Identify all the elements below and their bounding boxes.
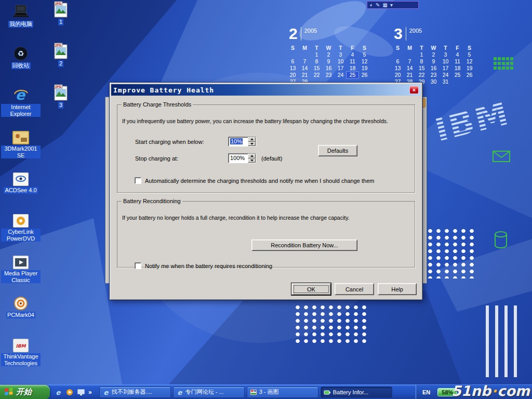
- calendar-date: 4: [451, 51, 463, 58]
- calendar-date: 5: [358, 51, 370, 58]
- calendar-date: 13: [392, 65, 404, 72]
- quick-launch: e»: [50, 388, 96, 396]
- calendar-weekday: W: [428, 45, 440, 51]
- spin-down-button[interactable]: [248, 158, 256, 163]
- calendar-date: 13: [287, 65, 299, 72]
- internet-explorer-icon: e: [13, 85, 29, 103]
- close-icon: ×: [413, 87, 416, 93]
- 3dmark2001-se-icon: [12, 127, 29, 144]
- calendar-date: 18: [451, 65, 463, 72]
- desktop-icon-powerdvd[interactable]: CyberLink PowerDVD: [1, 210, 41, 251]
- paint-icon: [250, 389, 257, 396]
- start-charging-label: Start charging when below:: [135, 139, 204, 145]
- calendar-date: 9: [428, 58, 440, 65]
- desktop-icon-media-player-classic[interactable]: Media Player Classic: [1, 251, 41, 293]
- close-button[interactable]: ×: [409, 86, 419, 94]
- calendar-date: 2: [323, 51, 335, 58]
- task-paint[interactable]: 3 - 画图: [247, 387, 318, 398]
- calendar-date: 5: [463, 51, 475, 58]
- calendar-date: 6: [392, 58, 404, 65]
- calendar-date: 19: [358, 65, 370, 72]
- desktop-icon-recycle-bin[interactable]: ♻回收站: [1, 44, 41, 85]
- quicklaunch-internet-explorer[interactable]: e: [54, 388, 62, 396]
- desktop-icon-thinkvantage[interactable]: IBMThinkVantage Technologies: [1, 335, 41, 376]
- calendar-date: 1: [416, 51, 428, 58]
- jpg-1-icon: JPG: [54, 0, 68, 18]
- calendar-date: 12: [463, 58, 475, 65]
- ok-button[interactable]: OK: [291, 283, 331, 295]
- desktop-icon-jpg-2[interactable]: JPG2: [46, 42, 76, 83]
- calendar-date: 31: [440, 78, 451, 85]
- default-note: (default): [261, 155, 282, 162]
- desktop-icon-jpg-3[interactable]: JPG3: [46, 83, 76, 125]
- desktop-icon-acdsee[interactable]: ACDSee 4.0: [1, 168, 41, 210]
- keyboard-icon[interactable]: ▦: [382, 2, 387, 8]
- calendar-date: 23: [428, 72, 440, 78]
- start-threshold-spinner[interactable]: 10%: [228, 137, 256, 147]
- cancel-button[interactable]: Cancel: [335, 283, 374, 295]
- calendar-date: 10: [335, 58, 347, 65]
- thresholds-description: If you infrequently use battery power, y…: [122, 118, 388, 124]
- desktop-icon-label: 回收站: [11, 62, 31, 69]
- quicklaunch-show-desktop[interactable]: [77, 388, 85, 396]
- pen-icon[interactable]: ✎: [376, 2, 380, 8]
- improve-battery-health-dialog: Improve Battery Health × Battery Charge …: [109, 82, 423, 300]
- task-label: 专门网论坛 - ...: [185, 388, 224, 396]
- task-zhuanmen-forum[interactable]: e专门网论坛 - ...: [173, 387, 245, 398]
- input-mode-icon[interactable]: ◐: [370, 2, 373, 8]
- notify-reconditioning-checkbox[interactable]: [135, 262, 141, 269]
- recondition-battery-button[interactable]: Recondition Battery Now...: [251, 240, 357, 251]
- calendar-date: 11: [347, 58, 358, 65]
- quicklaunch-media-player[interactable]: [65, 388, 74, 396]
- calendar-month-number: 3: [394, 26, 403, 42]
- calendar-weekday: S: [358, 45, 370, 51]
- desktop-icon-label: Media Player Classic: [1, 270, 41, 283]
- desktop: IBM 2 2005 SMTWTFS1234567891011121: [0, 0, 532, 399]
- calendar-date: 8: [311, 58, 323, 65]
- svg-text:e: e: [177, 389, 182, 396]
- notify-reconditioning-checkbox-label: Notify me when the battery requires reco…: [145, 263, 272, 269]
- desktop-icon-internet-explorer[interactable]: eInternet Explorer: [1, 85, 41, 127]
- desktop-icon-label: ACDSee 4.0: [4, 187, 37, 194]
- desktop-icon-3dmark2001-se[interactable]: 3DMark2001 SE: [1, 127, 41, 168]
- task-server-not-found[interactable]: e找不到服务器....: [99, 387, 171, 398]
- calendar-weekday: F: [347, 45, 358, 51]
- calendar-date: 11: [451, 58, 463, 65]
- start-button[interactable]: 开始: [0, 385, 50, 399]
- down-arrow-icon: [250, 159, 254, 162]
- watermark-right: com: [497, 383, 530, 399]
- task-battery-information[interactable]: Battery Infor...: [321, 387, 392, 398]
- options-icon[interactable]: ▾: [390, 2, 393, 8]
- quicklaunch-expand-chevron[interactable]: »: [88, 389, 92, 396]
- svg-text:JPG: JPG: [55, 2, 62, 6]
- stop-charging-label: Stop charging at:: [135, 155, 178, 162]
- calendar-date: 19: [463, 65, 475, 72]
- battery-charge-thresholds-group: Battery Charge Thresholds If you infrequ…: [117, 101, 415, 193]
- auto-determine-checkbox[interactable]: [135, 177, 141, 184]
- desktop-icon-pcmark04[interactable]: PCMark04: [1, 293, 41, 335]
- stop-threshold-spinner[interactable]: 100%: [228, 153, 256, 163]
- calendar-date: [463, 78, 475, 85]
- defaults-button[interactable]: Defaults: [318, 145, 357, 156]
- spin-up-button[interactable]: [248, 137, 256, 142]
- dialog-titlebar[interactable]: Improve Battery Health ×: [111, 84, 421, 96]
- battery-icon: [324, 389, 331, 396]
- svg-text:e: e: [56, 389, 61, 396]
- desktop-icon-my-computer[interactable]: 我的电脑: [1, 2, 41, 44]
- language-indicator[interactable]: EN: [422, 389, 430, 395]
- desktop-icon-label: 2: [58, 60, 63, 67]
- desktop-icon-jpg-1[interactable]: JPG1: [46, 0, 76, 42]
- desktop-icon-label: PCMark04: [6, 312, 35, 318]
- language-bar[interactable]: ◐✎▦▾: [367, 1, 419, 9]
- calendar-date: [451, 78, 463, 85]
- desktop-icon-label: 1: [58, 19, 63, 25]
- calendar-date: 26: [463, 72, 475, 78]
- calendar-weekday: T: [335, 45, 347, 51]
- calendar-date: 14: [299, 65, 311, 72]
- help-button[interactable]: Help: [378, 283, 417, 295]
- spin-down-button[interactable]: [248, 142, 256, 147]
- watermark-left: 51nb: [451, 383, 491, 399]
- calendar-date: 23: [323, 72, 335, 78]
- calendar-date: 20: [287, 72, 299, 78]
- spin-up-button[interactable]: [248, 154, 256, 158]
